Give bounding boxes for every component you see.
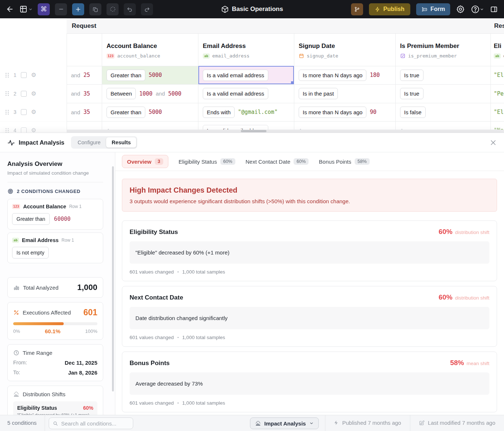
horizontal-scrollbar[interactable] bbox=[67, 130, 504, 133]
table-row: and35 Greater than5000 Ends with"@gmail.… bbox=[0, 103, 504, 121]
column-header-signup-date[interactable]: Signup Date signup_date bbox=[294, 34, 395, 66]
condition-operator-chip[interactable]: Is true bbox=[400, 88, 423, 99]
row-checkbox[interactable] bbox=[21, 72, 27, 78]
changed-condition-card: 123 Account Balance Row 1 Greater than 6… bbox=[7, 199, 103, 230]
shift-percent: 60% bbox=[438, 228, 452, 236]
tab-next-contact-date[interactable]: Next Contact Date 60% bbox=[246, 155, 309, 168]
row-checkbox[interactable] bbox=[21, 91, 27, 97]
dot-separator bbox=[178, 337, 179, 338]
row-settings-icon[interactable]: ⚙ bbox=[31, 91, 36, 97]
drag-handle-icon[interactable] bbox=[5, 109, 9, 115]
publish-button[interactable]: Publish bbox=[369, 3, 410, 15]
sidebar-subheading: Impact of simulated condition change bbox=[7, 170, 103, 176]
app-title: Basic Operations bbox=[221, 5, 283, 13]
form-input-icon bbox=[421, 6, 428, 12]
shift-percent: 60% bbox=[438, 293, 452, 301]
sidebar-scrollbar-thumb[interactable] bbox=[112, 166, 114, 391]
total-analyzed-value: 1,000 bbox=[77, 283, 97, 292]
condition-operator-chip[interactable]: Ends with bbox=[203, 107, 235, 118]
changed-condition-card: ab Email Address Row 1 Is not empty bbox=[7, 233, 103, 263]
back-button[interactable] bbox=[6, 5, 14, 13]
condition-operator-chip[interactable]: Between bbox=[107, 88, 136, 99]
row-settings-icon[interactable]: ⚙ bbox=[31, 72, 36, 78]
tab-overview[interactable]: Overview 3 bbox=[122, 155, 168, 168]
close-icon bbox=[490, 139, 497, 146]
redo-button[interactable] bbox=[141, 3, 153, 15]
selection-mode-button[interactable] bbox=[107, 3, 119, 15]
tab-configure[interactable]: Configure bbox=[72, 137, 106, 148]
condition-operator-chip[interactable]: Is a valid email address bbox=[203, 70, 268, 81]
condition-operator-chip[interactable]: Is not empty bbox=[12, 247, 49, 259]
condition-operator-chip[interactable]: Greater than bbox=[107, 107, 145, 118]
row-checkbox[interactable] bbox=[21, 109, 27, 115]
add-row-button[interactable] bbox=[72, 3, 84, 15]
shift-detail: Average decreased by 73% bbox=[130, 372, 489, 395]
text-type-icon: ab bbox=[12, 238, 19, 243]
lightning-icon bbox=[333, 420, 339, 426]
condition-operator-chip[interactable]: Is more than N days ago bbox=[299, 107, 366, 118]
values-changed: 601 values changed bbox=[130, 400, 174, 406]
view-selector-button[interactable]: Impact Analysis bbox=[250, 417, 319, 429]
total-samples: 1,000 total samples bbox=[182, 269, 225, 275]
column-header-eligibility[interactable]: Eli abe bbox=[491, 34, 504, 66]
number-type-icon: 123 bbox=[107, 53, 115, 59]
distribution-shifts-card: Distribution Shifts Eligibility Status60… bbox=[7, 386, 103, 415]
versions-button[interactable] bbox=[351, 3, 363, 15]
duplicate-button[interactable] bbox=[89, 3, 101, 15]
sidebar-heading: Analysis Overview bbox=[7, 160, 103, 168]
target-icon bbox=[7, 188, 14, 194]
search-conditions-box[interactable] bbox=[49, 417, 133, 429]
form-button[interactable]: Form bbox=[416, 3, 450, 15]
tab-bonus-points[interactable]: Bonus Points 58% bbox=[319, 155, 369, 168]
search-conditions-input[interactable] bbox=[61, 420, 129, 427]
distribution-shift-item[interactable]: Eligibility Status60% "Eligible" decreas… bbox=[13, 401, 97, 415]
row-controls: 3 ⚙ bbox=[0, 103, 67, 121]
bottombar: 5 conditions Impact Analysis Published 7… bbox=[0, 415, 504, 431]
command-button[interactable]: ⌘ bbox=[38, 3, 50, 15]
chevron-down-icon bbox=[29, 7, 33, 11]
condition-operator-chip[interactable]: Greater than bbox=[107, 70, 145, 81]
dot-separator bbox=[178, 271, 179, 272]
settings-button[interactable] bbox=[456, 5, 465, 14]
condition-operator-chip[interactable]: Is true bbox=[400, 70, 423, 81]
sidebar-right-icon bbox=[490, 5, 498, 14]
tab-badge: 60% bbox=[294, 158, 309, 165]
time-range-to: Jan 8, 2026 bbox=[68, 369, 97, 376]
remove-row-button[interactable] bbox=[55, 3, 67, 15]
row-number: 3 bbox=[14, 109, 16, 115]
drag-handle-icon[interactable] bbox=[5, 91, 9, 96]
row-checkbox[interactable] bbox=[21, 127, 27, 133]
horizontal-scrollbar-thumb[interactable] bbox=[241, 130, 266, 132]
condition-operator-chip[interactable]: Is more than N days ago bbox=[299, 70, 366, 81]
row-settings-icon[interactable]: ⚙ bbox=[31, 109, 36, 115]
view-switcher-button[interactable] bbox=[19, 5, 33, 14]
dashed-circle-icon bbox=[109, 6, 116, 12]
topbar: ⌘ Basic Operations Publish Form bbox=[0, 0, 504, 18]
column-header-is-premium-member[interactable]: Is Premium Member is_premium_member bbox=[396, 34, 490, 66]
close-panel-button[interactable] bbox=[490, 139, 497, 146]
values-changed: 601 values changed bbox=[130, 269, 174, 275]
row-settings-icon[interactable]: ⚙ bbox=[31, 127, 36, 133]
tab-results[interactable]: Results bbox=[106, 137, 136, 148]
drag-handle-icon[interactable] bbox=[5, 73, 9, 78]
undo-button[interactable] bbox=[124, 3, 136, 15]
minus-icon bbox=[58, 6, 64, 12]
condition-operator-chip[interactable]: Is a valid email address bbox=[203, 88, 268, 99]
condition-operator-chip[interactable]: Is in the past bbox=[299, 88, 338, 99]
drag-handle-icon[interactable] bbox=[5, 128, 9, 133]
column-header-account-balance[interactable]: Account Balance 123account_balance bbox=[102, 34, 198, 66]
help-button[interactable] bbox=[471, 5, 484, 14]
search-icon bbox=[53, 421, 58, 426]
result-card-bonus-points: Bonus Points 58% mean shift Average decr… bbox=[122, 352, 497, 412]
chevron-down-icon bbox=[309, 421, 314, 426]
tab-eligibility-status[interactable]: Eligibility Status 60% bbox=[179, 155, 235, 168]
column-header-email-address[interactable]: Email Address abemail_address bbox=[198, 34, 294, 66]
conditions-changed-header: 2 CONDITIONS CHANGED bbox=[7, 188, 103, 194]
condition-operator-chip[interactable]: Is false bbox=[400, 107, 426, 118]
affected-progress-bar bbox=[13, 322, 97, 325]
panel-toggle-button[interactable] bbox=[490, 5, 498, 14]
condition-operator-chip[interactable]: Greater than bbox=[12, 213, 50, 225]
help-icon bbox=[471, 5, 480, 14]
conditions-count: 5 conditions bbox=[7, 420, 37, 426]
arrow-left-icon bbox=[6, 5, 14, 13]
